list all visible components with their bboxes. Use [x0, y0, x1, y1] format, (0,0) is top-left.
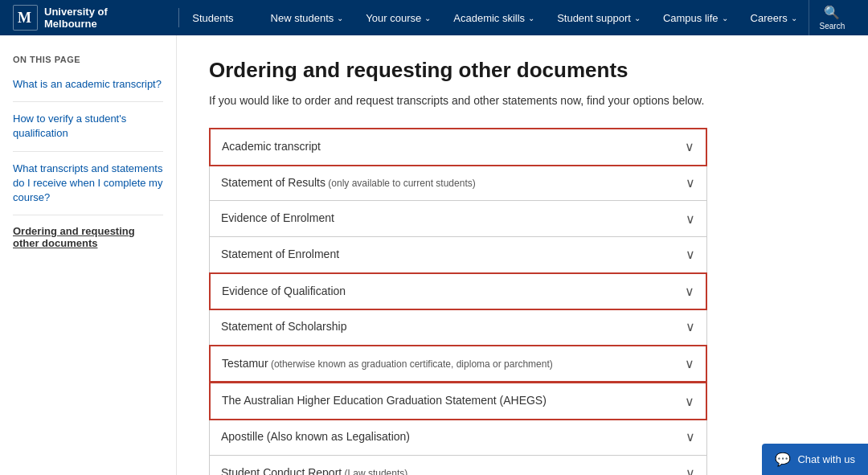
chevron-down-icon: ∨: [686, 175, 695, 190]
chevron-down-icon: ⌄: [722, 14, 728, 23]
nav-your-course[interactable]: Your course ⌄: [354, 0, 442, 35]
accordion-item-note: (otherwise known as graduation certifica…: [268, 358, 553, 370]
accordion-item[interactable]: Evidence of Qualification∨: [209, 272, 707, 311]
chat-button[interactable]: 💬 Chat with us: [762, 444, 868, 475]
chevron-down-icon: ∨: [686, 211, 695, 227]
chevron-down-icon: ⌄: [337, 14, 343, 23]
chevron-down-icon: ⌄: [424, 14, 431, 23]
accordion-item[interactable]: Student Conduct Report (Law students)∨: [209, 456, 707, 475]
accordion-item[interactable]: Apostille (Also known as Legalisation)∨: [209, 420, 707, 456]
svg-text:M: M: [18, 10, 31, 26]
accordion-item[interactable]: Evidence of Enrolment∨: [209, 201, 707, 237]
accordion-item-label: Statement of Results (only available to …: [221, 175, 476, 191]
chat-label: Chat with us: [797, 453, 855, 465]
chat-icon: 💬: [775, 452, 791, 467]
accordion-item-label: Apostille (Also known as Legalisation): [221, 429, 410, 445]
chevron-down-icon: ∨: [685, 139, 694, 154]
students-label: Students: [192, 12, 233, 24]
accordion-item-label: Testamur (otherwise known as graduation …: [222, 356, 553, 372]
header-divider: [178, 8, 179, 27]
logo-text: University of Melbourne: [44, 6, 159, 30]
chevron-down-icon: ∨: [685, 394, 694, 409]
nav-campus-life[interactable]: Campus life ⌄: [652, 0, 739, 35]
accordion-item[interactable]: Statement of Enrolment∨: [209, 237, 707, 273]
chevron-down-icon: ∨: [686, 465, 695, 475]
chevron-down-icon: ⌄: [528, 14, 534, 23]
accordion-list: Academic transcript∨Statement of Results…: [209, 128, 707, 475]
sidebar-item-transcript[interactable]: What is an academic transcript?: [13, 77, 163, 92]
accordion-item[interactable]: Testamur (otherwise known as graduation …: [209, 345, 707, 383]
search-label: Search: [820, 22, 845, 31]
search-button[interactable]: 🔍 Search: [809, 0, 855, 35]
sidebar-divider: [13, 101, 163, 102]
nav-student-support[interactable]: Student support ⌄: [546, 0, 652, 35]
site-header: M University of Melbourne Students New s…: [0, 0, 868, 35]
sidebar-divider: [13, 215, 163, 215]
accordion-item-label: Statement of Enrolment: [221, 247, 339, 263]
accordion-item-label: The Australian Higher Education Graduati…: [222, 393, 547, 409]
accordion-item[interactable]: Statement of Results (only available to …: [209, 166, 707, 202]
sidebar-item-transcripts-statements[interactable]: What transcripts and statements do I rec…: [13, 162, 163, 206]
sidebar-divider: [13, 151, 163, 152]
chevron-down-icon: ∨: [686, 429, 695, 444]
sidebar: ON THIS PAGE What is an academic transcr…: [0, 35, 177, 475]
chevron-down-icon: ⌄: [634, 14, 641, 23]
nav-new-students[interactable]: New students ⌄: [260, 0, 355, 35]
chevron-down-icon: ∨: [685, 284, 694, 299]
accordion-item-note: (only available to current students): [326, 178, 476, 189]
chevron-down-icon: ∨: [685, 356, 694, 371]
nav-academic-skills[interactable]: Academic skills ⌄: [442, 0, 546, 35]
accordion-item-label: Evidence of Qualification: [222, 284, 346, 300]
nav-careers[interactable]: Careers ⌄: [739, 0, 809, 35]
accordion-item-label: Evidence of Enrolment: [221, 211, 334, 227]
accordion-item-note: (Law students): [342, 468, 407, 475]
main-nav: New students ⌄ Your course ⌄ Academic sk…: [260, 0, 809, 35]
accordion-item-label: Student Conduct Report (Law students): [221, 465, 407, 475]
page-title: Ordering and requesting other documents: [209, 58, 836, 83]
page-layout: ON THIS PAGE What is an academic transcr…: [0, 35, 868, 475]
main-content: Ordering and requesting other documents …: [177, 35, 868, 475]
accordion-item[interactable]: Statement of Scholarship∨: [209, 309, 707, 346]
search-icon: 🔍: [824, 5, 840, 20]
chevron-down-icon: ∨: [686, 319, 695, 334]
accordion-item[interactable]: Academic transcript∨: [209, 128, 707, 166]
sidebar-item-verify[interactable]: How to verify a student's qualification: [13, 112, 163, 141]
university-logo[interactable]: M University of Melbourne: [13, 5, 159, 31]
sidebar-heading: ON THIS PAGE: [13, 55, 163, 64]
accordion-item-label: Statement of Scholarship: [221, 319, 346, 335]
page-description: If you would like to order and request t…: [209, 92, 836, 109]
chevron-down-icon: ∨: [686, 247, 695, 262]
chevron-down-icon: ⌄: [791, 14, 797, 23]
accordion-item-label: Academic transcript: [222, 139, 321, 155]
accordion-item[interactable]: The Australian Higher Education Graduati…: [209, 382, 707, 420]
logo-icon: M: [13, 5, 38, 31]
sidebar-item-ordering[interactable]: Ordering and requesting other documents: [13, 225, 163, 249]
